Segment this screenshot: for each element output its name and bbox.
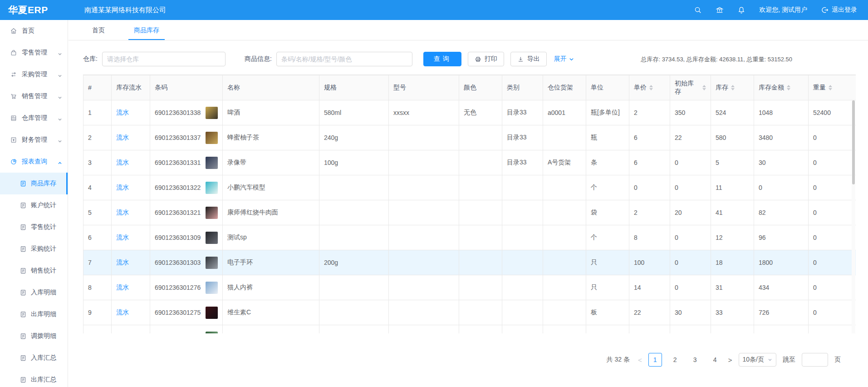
- product-thumbnail[interactable]: [206, 157, 218, 169]
- sidebar-subitem-4[interactable]: 销售统计: [0, 260, 68, 282]
- stock-flow-link[interactable]: 流水: [116, 159, 129, 166]
- sidebar-item-0[interactable]: 首页: [0, 20, 68, 42]
- column-header-2: 条码: [150, 75, 223, 100]
- tab-home[interactable]: 首页: [90, 26, 107, 40]
- cell-spec: [319, 325, 389, 334]
- sidebar-item-6[interactable]: 报表查询: [0, 151, 68, 173]
- search-icon[interactable]: [694, 6, 702, 14]
- stock-flow-link[interactable]: 流水: [116, 134, 129, 141]
- report-item-icon: [20, 333, 26, 339]
- logout-button[interactable]: 退出登录: [821, 6, 857, 14]
- cell-spec: [319, 200, 389, 225]
- stock-flow-link[interactable]: 流水: [116, 208, 129, 216]
- print-label: 打印: [485, 55, 497, 63]
- cell-weight: 0: [809, 225, 856, 250]
- cell-weight: 0: [809, 150, 856, 175]
- expand-link[interactable]: 展开: [554, 55, 574, 63]
- sidebar-subitem-7[interactable]: 调拨明细: [0, 325, 68, 347]
- product-thumbnail[interactable]: [206, 332, 218, 334]
- cell-color: 无色: [459, 100, 502, 125]
- table-scrollbar[interactable]: [852, 100, 855, 333]
- warehouse-select-input[interactable]: [102, 52, 226, 66]
- sidebar-item-2[interactable]: 采购管理: [0, 64, 68, 85]
- column-label: 规格: [324, 84, 337, 92]
- product-thumbnail[interactable]: [206, 232, 218, 244]
- sidebar-subitem-5[interactable]: 入库明细: [0, 282, 68, 303]
- sidebar-subitem-0[interactable]: 商品库存: [0, 173, 68, 194]
- barcode-value: 6901236301338: [155, 109, 201, 116]
- page-button-2[interactable]: 2: [668, 353, 682, 367]
- stock-flow-link[interactable]: 流水: [116, 283, 129, 291]
- stock-flow-link[interactable]: 流水: [116, 184, 129, 191]
- bell-icon[interactable]: [737, 6, 745, 14]
- column-header-11[interactable]: 初始库存: [670, 75, 711, 100]
- column-header-12[interactable]: 库存: [711, 75, 754, 100]
- sidebar-item-5[interactable]: 财务管理: [0, 129, 68, 151]
- barcode-cell: 6901236301322: [155, 182, 218, 194]
- sidebar-subitem-label: 账户统计: [31, 201, 56, 209]
- sidebar-subitem-1[interactable]: 账户统计: [0, 194, 68, 216]
- stock-flow-link[interactable]: 流水: [116, 109, 129, 116]
- next-page-button[interactable]: >: [728, 356, 732, 364]
- product-thumbnail[interactable]: [206, 182, 218, 194]
- cell-price: [629, 325, 670, 334]
- sidebar-subitem-3[interactable]: 采购统计: [0, 238, 68, 260]
- sort-icon[interactable]: [829, 85, 832, 90]
- cell-unit: 袋: [586, 200, 629, 225]
- barcode-cell: 6901236301275: [155, 307, 218, 319]
- column-header-14[interactable]: 重量: [809, 75, 856, 100]
- product-thumbnail[interactable]: [206, 132, 218, 144]
- cell-init_stock: 0: [670, 150, 711, 175]
- sort-icon[interactable]: [787, 85, 790, 90]
- chevron-up-icon: [58, 159, 62, 164]
- page-size-select[interactable]: 10条/页: [739, 353, 776, 367]
- page-button-1[interactable]: 1: [648, 353, 662, 367]
- cell-init_stock: 30: [670, 300, 711, 325]
- product-thumbnail[interactable]: [206, 282, 218, 294]
- sidebar-item-3[interactable]: 销售管理: [0, 85, 68, 107]
- jump-label: 跳至: [783, 356, 795, 364]
- prev-page-button[interactable]: <: [638, 356, 642, 364]
- cell-index: 2: [83, 125, 112, 150]
- cell-category: 目录33: [502, 100, 543, 125]
- product-thumbnail[interactable]: [206, 107, 218, 119]
- print-button[interactable]: 打印: [468, 52, 504, 66]
- sidebar-item-1[interactable]: 零售管理: [0, 42, 68, 64]
- search-button[interactable]: 查询: [423, 52, 461, 66]
- product-thumbnail[interactable]: [206, 207, 218, 219]
- cell-index: 6: [83, 225, 112, 250]
- column-header-10[interactable]: 单价: [629, 75, 670, 100]
- column-label: 单位: [591, 84, 603, 92]
- sidebar-subitem-label: 出库明细: [31, 310, 56, 318]
- product-info-input[interactable]: [276, 52, 412, 66]
- cell-model: [389, 125, 459, 150]
- sort-icon[interactable]: [649, 85, 653, 90]
- cell-stock: 524: [711, 100, 754, 125]
- sidebar-subitem-6[interactable]: 出库明细: [0, 303, 68, 325]
- chevron-down-icon: [58, 116, 62, 120]
- tab-product-inventory[interactable]: 商品库存: [132, 26, 161, 40]
- sort-icon[interactable]: [731, 85, 735, 90]
- export-button[interactable]: 导出: [510, 52, 547, 66]
- page-button-3[interactable]: 3: [688, 353, 702, 367]
- product-thumbnail[interactable]: [206, 307, 218, 319]
- stock-flow-link[interactable]: 流水: [116, 258, 129, 266]
- sort-icon[interactable]: [702, 85, 706, 90]
- stock-flow-link[interactable]: 流水: [116, 308, 129, 316]
- cell-name: 电子手环: [223, 250, 319, 275]
- barcode-value: 6901236301275: [155, 309, 201, 316]
- column-header-13[interactable]: 库存金额: [754, 75, 809, 100]
- sidebar-subitem-8[interactable]: 入库汇总: [0, 347, 68, 369]
- jump-page-input[interactable]: [802, 353, 828, 367]
- product-thumbnail[interactable]: [206, 257, 218, 269]
- page-button-4[interactable]: 4: [708, 353, 722, 367]
- report-item-icon: [20, 289, 26, 296]
- bank-icon[interactable]: [716, 6, 724, 14]
- sidebar-item-4[interactable]: 仓库管理: [0, 107, 68, 129]
- cell-model: [389, 200, 459, 225]
- sidebar-subitem-9[interactable]: 出库汇总: [0, 369, 68, 387]
- scrollbar-thumb[interactable]: [852, 100, 855, 184]
- sidebar-subitem-2[interactable]: 零售统计: [0, 216, 68, 238]
- table-row: 1流水6901236301338啤酒580mlxxsxx无色目录33a0001瓶…: [83, 100, 856, 125]
- stock-flow-link[interactable]: 流水: [116, 233, 129, 241]
